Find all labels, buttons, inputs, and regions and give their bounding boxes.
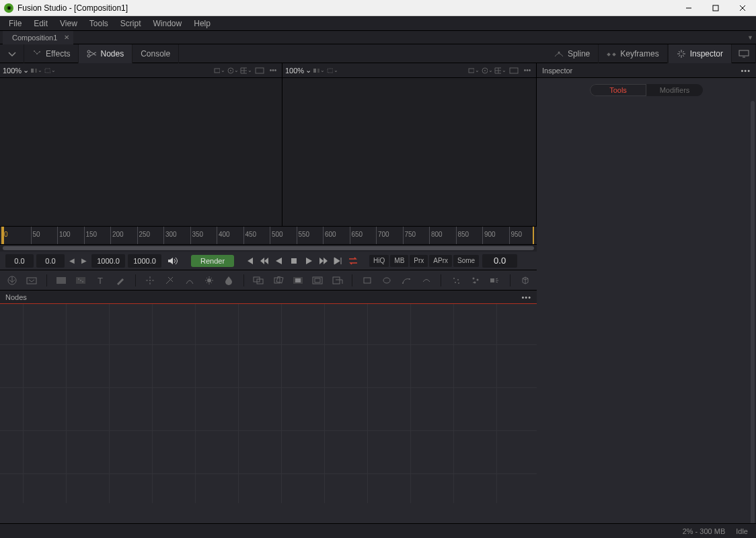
menu-tools[interactable]: Tools — [83, 17, 114, 30]
global-out-field[interactable] — [128, 254, 161, 268]
next-key-button[interactable]: ▶ — [78, 254, 90, 268]
menu-window[interactable]: Window — [147, 17, 188, 30]
3d-icon[interactable] — [519, 274, 531, 287]
monitor-button[interactable] — [732, 44, 756, 63]
matte-control-icon[interactable] — [291, 274, 304, 287]
color-curves-icon[interactable] — [183, 274, 196, 287]
step-forward-button[interactable] — [316, 254, 331, 268]
viewer-left-canvas[interactable] — [0, 78, 282, 226]
maximize-button[interactable] — [702, 0, 729, 16]
playhead-end-marker[interactable] — [533, 227, 534, 245]
some-button[interactable]: Some — [453, 255, 479, 267]
transform-icon[interactable] — [272, 274, 285, 287]
viewer-right-grid-icon[interactable] — [494, 65, 506, 76]
range-in-field[interactable] — [5, 254, 34, 268]
particles-icon[interactable] — [449, 274, 462, 287]
nodes-flow-area[interactable] — [0, 304, 537, 503]
viewer-left-options-icon[interactable]: ••• — [267, 65, 279, 76]
background-icon[interactable] — [55, 274, 68, 287]
brightness-icon[interactable] — [202, 274, 215, 287]
play-reverse-button[interactable] — [272, 254, 287, 268]
viewer-left-view-icon[interactable] — [254, 65, 266, 76]
viewer-right-canvas[interactable] — [282, 78, 536, 226]
viewer-left-channel-icon[interactable] — [213, 65, 225, 76]
loader-icon[interactable] — [5, 274, 18, 287]
prender-icon[interactable] — [469, 274, 482, 287]
stop-button[interactable] — [287, 254, 301, 268]
console-tab[interactable]: Console — [133, 44, 179, 63]
timeline-scrollbar[interactable] — [0, 245, 537, 252]
menu-script[interactable]: Script — [114, 17, 147, 30]
mb-button[interactable]: MB — [390, 255, 408, 267]
viewer-right-view-icon[interactable] — [508, 65, 520, 76]
ellipse-mask-icon[interactable] — [380, 274, 393, 287]
play-button[interactable] — [301, 254, 316, 268]
aprx-button[interactable]: APrx — [429, 255, 452, 267]
viewer-right-lut-icon[interactable] — [313, 65, 325, 76]
keyframes-tab[interactable]: Keyframes — [599, 44, 667, 63]
render-button[interactable]: Render — [191, 255, 234, 267]
viewer-left-lut-icon[interactable] — [30, 65, 42, 76]
timeline-scrollbar-thumb[interactable] — [3, 246, 534, 250]
tracker-icon[interactable] — [144, 274, 157, 287]
viewer-right-channel-icon[interactable] — [467, 65, 480, 76]
close-button[interactable] — [729, 0, 756, 16]
tab-close-icon[interactable]: ✕ — [64, 34, 69, 41]
channel-boolean-icon[interactable] — [163, 274, 176, 287]
svg-rect-17 — [45, 69, 50, 73]
menu-file[interactable]: File — [3, 17, 28, 30]
prev-key-button[interactable]: ◀ — [66, 254, 78, 268]
fastnoise-icon[interactable] — [75, 274, 87, 287]
blur-icon[interactable] — [223, 274, 235, 287]
viewer-left[interactable]: 100%⌄ ••• — [0, 63, 282, 226]
rectangle-mask-icon[interactable] — [361, 274, 373, 287]
inspector-options-icon[interactable]: ••• — [741, 67, 751, 75]
spline-tab[interactable]: Spline — [546, 44, 599, 63]
pemitter-icon[interactable] — [489, 274, 502, 287]
tick-mark — [376, 227, 377, 245]
viewer-left-zoom[interactable]: 100%⌄ — [3, 66, 29, 75]
crop-icon[interactable] — [331, 274, 344, 287]
viewer-left-color-icon[interactable] — [227, 65, 239, 76]
step-back-button[interactable] — [257, 254, 272, 268]
minimize-button[interactable] — [675, 0, 702, 16]
bspline-mask-icon[interactable] — [420, 274, 432, 287]
inspector-tools-tab[interactable]: Tools — [590, 84, 646, 96]
viewer-left-roi-icon[interactable] — [44, 65, 56, 76]
go-end-button[interactable] — [331, 254, 346, 268]
nodes-options-icon[interactable]: ••• — [521, 293, 531, 301]
merge-icon[interactable] — [252, 274, 265, 287]
timeline-ruler[interactable]: 0 50100150200250300350400450500550600650… — [0, 226, 537, 245]
loop-button[interactable] — [346, 254, 361, 268]
viewer-right[interactable]: 100%⌄ ••• — [282, 63, 537, 226]
prx-button[interactable]: Prx — [410, 255, 428, 267]
hiq-button[interactable]: HiQ — [369, 255, 389, 267]
menu-edit[interactable]: Edit — [28, 17, 54, 30]
menu-help[interactable]: Help — [188, 17, 217, 30]
paint-icon[interactable] — [114, 274, 126, 287]
go-start-button[interactable] — [242, 254, 257, 268]
inspector-tab[interactable]: Inspector — [668, 44, 732, 63]
inspector-scrollbar[interactable] — [751, 101, 755, 526]
current-frame-field[interactable] — [36, 254, 65, 268]
viewer-left-grid-icon[interactable] — [240, 65, 252, 76]
document-tab-bar: Composition1 ✕ ▼ — [0, 31, 756, 44]
viewer-right-color-icon[interactable] — [481, 65, 493, 76]
menu-view[interactable]: View — [54, 17, 83, 30]
resize-icon[interactable] — [311, 274, 324, 287]
document-tab-composition1[interactable]: Composition1 ✕ — [3, 31, 73, 44]
range-out-field[interactable] — [91, 254, 125, 268]
tick-mark — [137, 227, 138, 245]
polygon-mask-icon[interactable] — [400, 274, 413, 287]
viewer-right-zoom[interactable]: 100%⌄ — [285, 66, 311, 75]
tab-dropdown-icon[interactable]: ▼ — [747, 34, 753, 41]
saver-icon[interactable] — [25, 274, 38, 287]
text-icon[interactable]: T — [94, 274, 107, 287]
audio-icon[interactable] — [165, 256, 180, 266]
effects-tab[interactable]: Effects — [24, 44, 79, 63]
nodes-tab[interactable]: Nodes — [79, 44, 133, 63]
layout-dropdown-button[interactable] — [0, 44, 24, 63]
viewer-right-roi-icon[interactable] — [326, 65, 338, 76]
inspector-modifiers-tab[interactable]: Modifiers — [646, 84, 703, 96]
viewer-right-options-icon[interactable]: ••• — [521, 65, 533, 76]
